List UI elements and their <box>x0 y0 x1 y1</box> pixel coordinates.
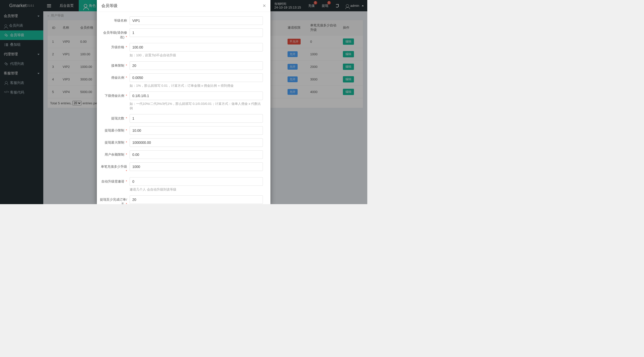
input-autoUpInvite[interactable] <box>130 177 263 186</box>
form-hint: 邀请几个人 会自动升级到该等级 <box>130 187 263 192</box>
form-label: 提现次数 * <box>99 114 130 121</box>
form-row-balanceLimit: 用户余额限制 * <box>99 150 263 159</box>
required-mark: * <box>126 94 127 98</box>
required-mark: * <box>126 35 127 39</box>
form-field: 如：1%，那么就填写 0.01，计算方式：订单金额 x 佣金比例 = 得到佣金 <box>130 73 263 88</box>
form-row-upgradePrice: 升级价格 *如：100，设置为0不会自动升级 <box>99 43 263 58</box>
form-label: 佣金比例 * <box>99 73 130 80</box>
required-mark: * <box>126 141 127 144</box>
form-row-withdrawMin: 提现最小限制 * <box>99 126 263 135</box>
form-hint: 如：一代10%/二代3%/3代1%，那么就填写 0.1/0.03/0.01；计算… <box>130 102 263 111</box>
modal-header: 会员等级 × <box>97 0 270 12</box>
form-row-subCommission: 下级佣金比例 *如：一代10%/二代3%/3代1%，那么就填写 0.1/0.03… <box>99 92 263 111</box>
required-mark: * <box>126 169 127 173</box>
input-upgradePrice[interactable] <box>130 43 263 52</box>
input-subCommission[interactable] <box>130 92 263 100</box>
form-row-withdrawMax: 提现最大限制 * <box>99 138 263 147</box>
input-minOrderWithdraw[interactable] <box>130 195 263 204</box>
form-field: 邀请几个人 会自动升级到该等级 <box>130 177 263 192</box>
form-field <box>130 16 263 25</box>
modal-body: 等级名称会员等级(请勿修改) *升级价格 *如：100，设置为0不会自动升级接单… <box>97 12 270 204</box>
form-row-autoUpInvite: 自动升级需邀请 *邀请几个人 会自动升级到该等级 <box>99 177 263 192</box>
input-orderLimit[interactable] <box>130 61 263 70</box>
form-field: 如：100，设置为0不会自动升级 <box>130 43 263 58</box>
input-autoUpgrade[interactable] <box>130 162 263 171</box>
form-field <box>130 162 263 171</box>
form-label: 接单限制 * <box>99 61 130 68</box>
input-withdrawMax[interactable] <box>130 138 263 147</box>
input-withdrawCount[interactable] <box>130 114 263 123</box>
required-mark: * <box>126 64 127 67</box>
form-field <box>130 126 263 135</box>
form-label: 用户余额限制 * <box>99 150 130 157</box>
input-memberLevel[interactable] <box>130 28 263 37</box>
form-field <box>130 61 263 70</box>
form-field <box>130 150 263 159</box>
form-row-memberLevel: 会员等级(请勿修改) * <box>99 28 263 39</box>
form-field <box>130 114 263 123</box>
form-label: 升级价格 * <box>99 43 130 50</box>
required-mark: * <box>126 153 127 156</box>
form-label: 自动升级需邀请 * <box>99 177 130 184</box>
form-hint: 如：1%，那么就填写 0.01，计算方式：订单金额 x 佣金比例 = 得到佣金 <box>130 83 263 88</box>
form-label: 会员等级(请勿修改) * <box>99 28 130 39</box>
required-mark: * <box>126 202 127 204</box>
required-mark: * <box>126 180 127 183</box>
modal-title: 会员等级 <box>101 3 117 9</box>
form-row-commission: 佣金比例 *如：1%，那么就填写 0.01，计算方式：订单金额 x 佣金比例 =… <box>99 73 263 88</box>
required-mark: * <box>126 116 127 120</box>
modal-close-button[interactable]: × <box>263 3 266 9</box>
required-mark: * <box>126 45 127 49</box>
form-field: 如：一代10%/二代3%/3代1%，那么就填写 0.1/0.03/0.01；计算… <box>130 92 263 111</box>
form-label: 提现最大限制 * <box>99 138 130 145</box>
input-balanceLimit[interactable] <box>130 150 263 159</box>
form-label: 等级名称 <box>99 16 130 23</box>
edit-level-modal: 会员等级 × 等级名称会员等级(请勿修改) *升级价格 *如：100，设置为0不… <box>97 0 270 204</box>
input-commission[interactable] <box>130 73 263 82</box>
required-mark: * <box>126 128 127 132</box>
form-field <box>130 138 263 147</box>
form-row-orderLimit: 接单限制 * <box>99 61 263 70</box>
form-row-withdrawCount: 提现次数 * <box>99 114 263 123</box>
form-label: 下级佣金比例 * <box>99 92 130 98</box>
form-row-autoUpgrade: 单笔充值多少升级 * <box>99 162 263 173</box>
form-hint: 如：100，设置为0不会自动升级 <box>130 53 263 58</box>
form-field <box>130 28 263 37</box>
input-levelName[interactable] <box>130 16 263 25</box>
form-row-levelName: 等级名称 <box>99 16 263 25</box>
form-label: 提现最小限制 * <box>99 126 130 133</box>
form-row-minOrderWithdraw: 提现至少完成订单/天 *提现需要完成 几笔订单才开提现 / 天 <box>99 195 263 204</box>
form-field: 提现需要完成 几笔订单才开提现 / 天 <box>130 195 263 204</box>
form-label: 提现至少完成订单/天 * <box>99 195 130 204</box>
modal-overlay[interactable]: 会员等级 × 等级名称会员等级(请勿修改) *升级价格 *如：100，设置为0不… <box>0 0 367 204</box>
form-label: 单笔充值多少升级 * <box>99 162 130 173</box>
input-withdrawMin[interactable] <box>130 126 263 135</box>
required-mark: * <box>126 76 127 79</box>
